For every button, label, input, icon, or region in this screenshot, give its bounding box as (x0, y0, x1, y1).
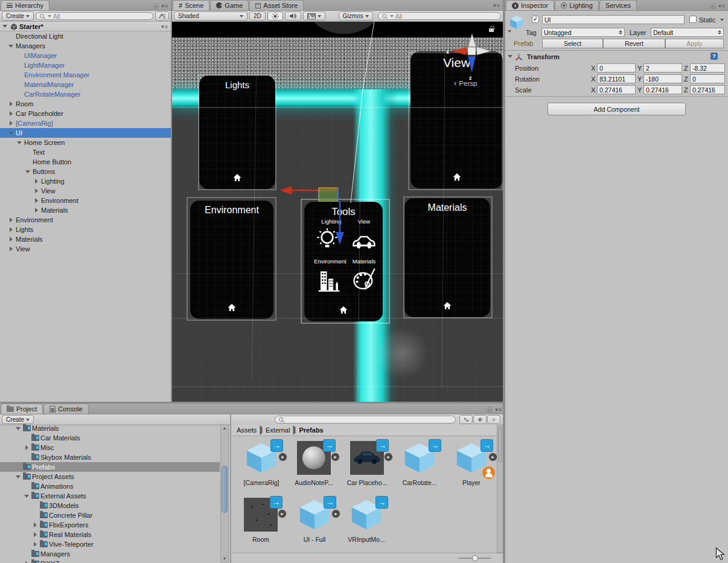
2d-toggle-button[interactable]: 2D (249, 11, 266, 21)
project-folder[interactable]: Managers (0, 549, 220, 559)
position-z-field[interactable]: -8.32 (690, 63, 725, 72)
foldout-arrow[interactable] (2, 25, 8, 28)
static-flags-dropdown[interactable] (720, 19, 724, 21)
hierarchy-item[interactable]: UIManager (0, 51, 171, 60)
prefab-revert-button[interactable]: Revert (603, 39, 665, 48)
name-field[interactable]: UI (542, 15, 685, 24)
open-prefab-arrow-icon[interactable]: → (376, 439, 389, 452)
vertical-splitter[interactable] (171, 0, 172, 402)
project-folder[interactable]: Animations (0, 481, 220, 491)
scene-menu-icon[interactable]: ▾≡ (161, 24, 168, 30)
foldout-arrow[interactable] (14, 427, 22, 430)
asset-label[interactable]: Room (235, 536, 287, 543)
project-search-input[interactable] (275, 416, 456, 423)
asset-label[interactable]: UI - Full (289, 536, 340, 543)
hierarchy-item[interactable]: Directional Light (0, 31, 171, 41)
hierarchy-item[interactable]: CarRotateManager (0, 89, 171, 99)
project-folder[interactable]: Real Materials (0, 530, 220, 539)
lock-icon[interactable] (710, 5, 715, 9)
gizmos-dropdown[interactable]: Gizmos (339, 11, 373, 21)
hierarchy-item[interactable]: Car Placeholder (0, 109, 171, 118)
breadcrumb-assets[interactable]: Assets (237, 426, 257, 434)
hierarchy-item[interactable]: Lights (0, 225, 171, 234)
prefab-select-button[interactable]: Select (542, 39, 603, 48)
open-prefab-arrow-icon[interactable]: → (323, 439, 336, 452)
foldout-arrow[interactable] (7, 227, 14, 232)
asset-room[interactable]: → ▸ (241, 495, 280, 534)
asset-ui-full[interactable]: → ▸ (295, 495, 334, 534)
foldout-arrow[interactable] (31, 542, 39, 547)
tab-asset-store[interactable]: Asset Store (249, 0, 304, 10)
tab-hierarchy[interactable]: Hierarchy (1, 0, 49, 10)
asset-audionote[interactable]: → ▸ (295, 439, 333, 477)
audio-toggle-button[interactable] (285, 11, 301, 21)
add-component-button[interactable]: Add Component (548, 103, 686, 115)
expand-asset-icon[interactable]: ▸ (331, 452, 340, 462)
project-folder[interactable]: Misc (0, 443, 220, 452)
asset-label[interactable]: Player (445, 479, 497, 486)
scene-header-row[interactable]: Starter* ▾≡ (0, 22, 171, 31)
effects-dropdown-button[interactable] (303, 11, 325, 21)
scene-search-input[interactable]: All (378, 12, 501, 20)
hierarchy-item[interactable]: Managers (0, 41, 171, 51)
hierarchy-item[interactable]: Lighting (0, 176, 171, 186)
project-folder[interactable]: 3DModels (0, 501, 220, 510)
asset-carrotate[interactable]: → (400, 439, 439, 477)
project-folder[interactable]: Vive-Teleporter (0, 539, 220, 549)
hierarchy-item-selected[interactable]: UI (0, 128, 171, 138)
asset-player[interactable]: → ▸ (452, 439, 491, 477)
asset-label[interactable]: [CameraRig] (235, 479, 287, 486)
foldout-arrow[interactable] (7, 101, 14, 106)
open-prefab-arrow-icon[interactable]: → (375, 496, 388, 509)
panel-menu-icon[interactable]: ▾≡ (718, 3, 726, 9)
favorites-button[interactable] (487, 415, 500, 424)
expand-asset-icon[interactable]: ▸ (331, 509, 340, 518)
tab-console[interactable]: Console (43, 404, 88, 414)
foldout-arrow[interactable] (33, 179, 40, 184)
tab-services[interactable]: Services (599, 0, 637, 10)
foldout-arrow[interactable] (31, 532, 39, 537)
foldout-arrow[interactable] (23, 445, 30, 450)
lock-icon[interactable] (153, 5, 158, 9)
zoom-slider-knob[interactable] (472, 555, 478, 561)
project-create-button[interactable]: Create (2, 415, 34, 424)
project-folder[interactable]: Project Assets (0, 472, 220, 481)
hierarchy-search-input[interactable]: All (36, 12, 153, 20)
rotation-z-field[interactable]: 0 (690, 74, 725, 83)
rotation-y-field[interactable]: -180 (643, 74, 682, 83)
asset-car-placeholder[interactable]: → ▸ (348, 439, 386, 477)
hierarchy-item[interactable]: View (0, 186, 171, 196)
project-folder[interactable]: External Assets (0, 491, 220, 501)
shading-mode-dropdown[interactable]: Shaded (174, 11, 247, 21)
asset-label[interactable]: AudioNoteP... (288, 479, 340, 486)
position-x-field[interactable]: 0 (597, 63, 636, 72)
scale-z-field[interactable]: 0.27416 (690, 85, 725, 94)
rotation-x-field[interactable]: 83.21101 (597, 74, 636, 83)
project-folder-selected[interactable]: Prefabs (0, 462, 220, 472)
open-prefab-arrow-icon[interactable]: → (270, 496, 283, 509)
asset-label[interactable]: CarRotate... (394, 479, 445, 486)
expand-asset-icon[interactable]: ▸ (488, 452, 497, 462)
hierarchy-item[interactable]: Buttons (0, 167, 171, 176)
search-by-label-button[interactable] (473, 415, 487, 424)
scale-x-field[interactable]: 0.27416 (597, 85, 636, 94)
hierarchy-item[interactable]: Room (0, 99, 171, 109)
scene-viewport[interactable]: Lights View Environment Tools Lighting V… (172, 22, 503, 402)
foldout-arrow[interactable] (24, 170, 31, 173)
scrollbar-thumb[interactable] (498, 426, 502, 463)
open-prefab-arrow-icon[interactable]: → (270, 439, 283, 452)
asset-label[interactable]: VRInputMo... (340, 536, 392, 543)
layer-dropdown[interactable]: Default (651, 28, 724, 37)
icon-picker-arrow[interactable] (508, 30, 511, 33)
hierarchy-create-button[interactable]: Create (2, 11, 34, 21)
tab-scene[interactable]: # Scene (173, 0, 209, 10)
asset-vrinput[interactable]: → (347, 495, 386, 534)
foldout-arrow[interactable] (7, 121, 14, 126)
foldout-arrow[interactable] (7, 132, 14, 135)
foldout-arrow[interactable] (33, 208, 40, 213)
tab-inspector[interactable]: i Inspector (506, 0, 554, 10)
foldout-arrow[interactable] (33, 188, 40, 193)
foldout-arrow[interactable] (7, 45, 14, 48)
foldout-arrow[interactable] (23, 495, 30, 498)
component-foldout-arrow[interactable] (508, 55, 512, 58)
